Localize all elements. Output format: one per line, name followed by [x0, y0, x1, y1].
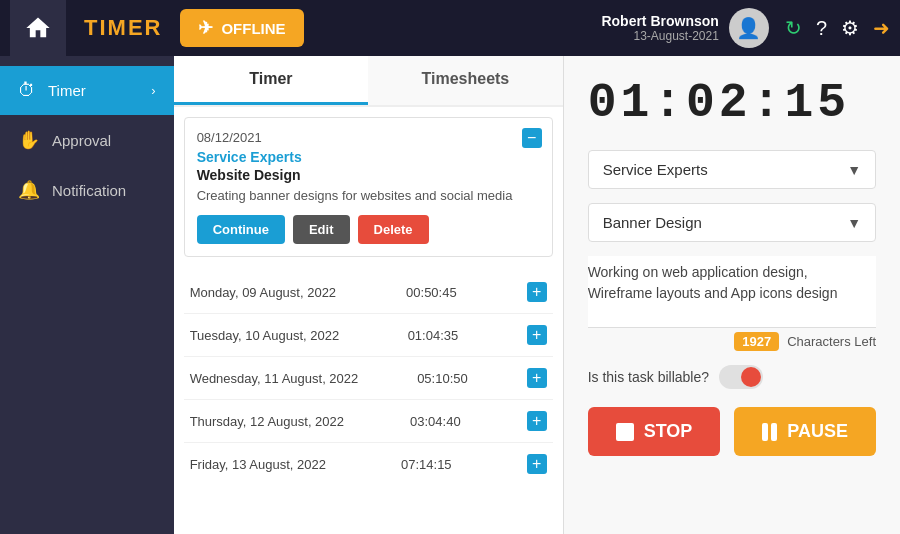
- billable-row: Is this task billable?: [588, 365, 876, 389]
- tab-timer[interactable]: Timer: [174, 56, 369, 105]
- pause-icon: [762, 423, 777, 441]
- row-time: 00:50:45: [406, 285, 457, 300]
- row-day: Tuesday, 10 August, 2022: [190, 328, 340, 343]
- logout-icon[interactable]: ➜: [873, 16, 890, 40]
- chevron-down-icon: ▼: [847, 162, 861, 178]
- sidebar-item-approval[interactable]: ✋ Approval: [0, 115, 174, 165]
- notification-icon: 🔔: [18, 179, 40, 201]
- row-day: Monday, 09 August, 2022: [190, 285, 336, 300]
- add-time-2-button[interactable]: +: [527, 368, 547, 388]
- billable-toggle[interactable]: [719, 365, 763, 389]
- chars-left-badge: 1927: [734, 332, 779, 351]
- table-row: Wednesday, 11 August, 2022 05:10:50 +: [184, 357, 553, 400]
- header-actions: ↻ ? ⚙ ➜: [785, 16, 890, 40]
- sidebar-item-label-timer: Timer: [48, 82, 86, 99]
- table-row: Friday, 13 August, 2022 07:14:15 +: [184, 443, 553, 485]
- stop-label: STOP: [644, 421, 693, 442]
- stop-button[interactable]: STOP: [588, 407, 721, 456]
- row-day: Thursday, 12 August, 2022: [190, 414, 344, 429]
- task-dropdown-row: Banner Design ▼: [588, 203, 876, 242]
- company-dropdown[interactable]: Service Experts ▼: [588, 150, 876, 189]
- entry-company[interactable]: Service Experts: [197, 149, 540, 165]
- approval-icon: ✋: [18, 129, 40, 151]
- chars-left-label: Characters Left: [787, 334, 876, 349]
- sidebar-item-label-approval: Approval: [52, 132, 111, 149]
- edit-button[interactable]: Edit: [293, 215, 350, 244]
- sidebar-item-timer[interactable]: ⏱ Timer ›: [0, 66, 174, 115]
- company-dropdown-value: Service Experts: [603, 161, 708, 178]
- table-row: Tuesday, 10 August, 2022 01:04:35 +: [184, 314, 553, 357]
- settings-icon[interactable]: ⚙: [841, 16, 859, 40]
- tab-bar: Timer Timesheets: [174, 56, 563, 107]
- user-info: Robert Brownson 13-August-2021 👤: [601, 8, 768, 48]
- chevron-down-icon: ▼: [847, 215, 861, 231]
- billable-label: Is this task billable?: [588, 369, 709, 385]
- refresh-icon[interactable]: ↻: [785, 16, 802, 40]
- delete-button[interactable]: Delete: [358, 215, 429, 244]
- time-rows-list: Monday, 09 August, 2022 00:50:45 + Tuesd…: [174, 267, 563, 534]
- continue-button[interactable]: Continue: [197, 215, 285, 244]
- sidebar-item-label-notification: Notification: [52, 182, 126, 199]
- table-row: Monday, 09 August, 2022 00:50:45 +: [184, 271, 553, 314]
- tab-timesheets[interactable]: Timesheets: [368, 56, 563, 105]
- description-field-wrapper: 1927 Characters Left: [588, 256, 876, 351]
- row-time: 01:04:35: [408, 328, 459, 343]
- description-textarea[interactable]: [588, 256, 876, 328]
- row-day: Wednesday, 11 August, 2022: [190, 371, 359, 386]
- left-panel: Timer Timesheets − 08/12/2021 Service Ex…: [174, 56, 564, 534]
- help-icon[interactable]: ?: [816, 17, 827, 40]
- timer-label: TIMER: [66, 15, 180, 41]
- user-date: 13-August-2021: [601, 29, 718, 43]
- task-dropdown-value: Banner Design: [603, 214, 702, 231]
- home-icon: [24, 14, 52, 42]
- sidebar: ⏱ Timer › ✋ Approval 🔔 Notification: [0, 56, 174, 534]
- main-layout: ⏱ Timer › ✋ Approval 🔔 Notification Time…: [0, 56, 900, 534]
- company-dropdown-row: Service Experts ▼: [588, 150, 876, 189]
- sidebar-item-notification[interactable]: 🔔 Notification: [0, 165, 174, 215]
- timer-clock-display: 01:02:15: [588, 76, 876, 130]
- action-buttons: STOP PAUSE: [588, 407, 876, 456]
- offline-button[interactable]: ✈ OFFLINE: [180, 9, 303, 47]
- task-dropdown[interactable]: Banner Design ▼: [588, 203, 876, 242]
- user-name: Robert Brownson: [601, 13, 718, 29]
- entry-date: 08/12/2021: [197, 130, 540, 145]
- entry-description: Creating banner designs for websites and…: [197, 187, 540, 205]
- add-time-3-button[interactable]: +: [527, 411, 547, 431]
- add-time-0-button[interactable]: +: [527, 282, 547, 302]
- pause-button[interactable]: PAUSE: [734, 407, 876, 456]
- entry-actions: Continue Edit Delete: [197, 215, 540, 244]
- wifi-slash-icon: ✈: [198, 17, 213, 39]
- header: TIMER ✈ OFFLINE Robert Brownson 13-Augus…: [0, 0, 900, 56]
- content-area: Timer Timesheets − 08/12/2021 Service Ex…: [174, 56, 900, 534]
- pause-label: PAUSE: [787, 421, 848, 442]
- chevron-right-icon: ›: [151, 83, 155, 98]
- home-button[interactable]: [10, 0, 66, 56]
- row-day: Friday, 13 August, 2022: [190, 457, 326, 472]
- stop-icon: [616, 423, 634, 441]
- row-time: 03:04:40: [410, 414, 461, 429]
- row-time: 05:10:50: [417, 371, 468, 386]
- collapse-entry-button[interactable]: −: [522, 128, 542, 148]
- row-time: 07:14:15: [401, 457, 452, 472]
- avatar: 👤: [729, 8, 769, 48]
- toggle-thumb: [741, 367, 761, 387]
- right-panel: 01:02:15 Service Experts ▼ Banner Design…: [564, 56, 900, 534]
- entry-task: Website Design: [197, 167, 540, 183]
- timer-entry-card: − 08/12/2021 Service Experts Website Des…: [184, 117, 553, 257]
- timer-icon: ⏱: [18, 80, 36, 101]
- add-time-1-button[interactable]: +: [527, 325, 547, 345]
- table-row: Thursday, 12 August, 2022 03:04:40 +: [184, 400, 553, 443]
- chars-left-row: 1927 Characters Left: [588, 332, 876, 351]
- add-time-4-button[interactable]: +: [527, 454, 547, 474]
